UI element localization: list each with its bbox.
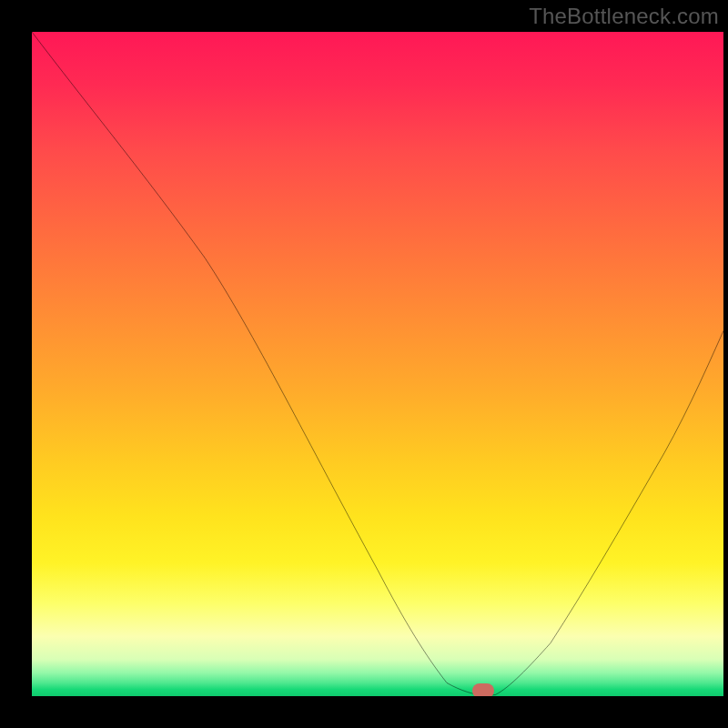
chart-frame: TheBottleneck.com [0,0,728,728]
plot-area [32,32,723,696]
optimal-point-marker [472,683,494,696]
bottleneck-curve [32,32,723,696]
watermark-text: TheBottleneck.com [529,4,719,29]
